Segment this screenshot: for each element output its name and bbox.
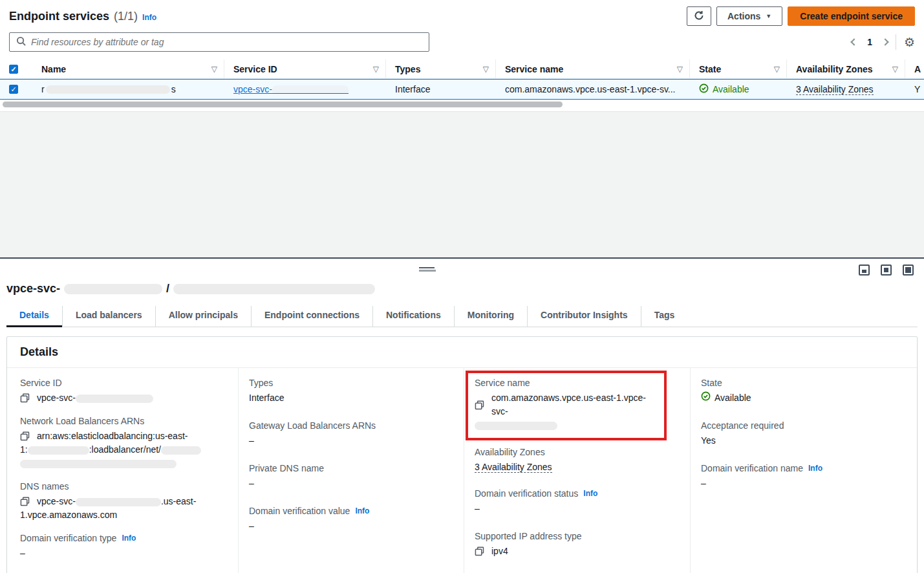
actions-button-label: Actions xyxy=(727,11,760,21)
column-header-name[interactable]: Name▽ xyxy=(32,59,224,78)
panel-size-full-icon[interactable] xyxy=(903,265,914,276)
row-types-cell: Interface xyxy=(386,80,496,99)
column-header-service-name[interactable]: Service name▽ xyxy=(496,59,690,78)
chevron-down-icon: ▼ xyxy=(766,13,771,19)
glb-arns-field: Gateway Load Balancers ARNs – xyxy=(249,420,453,448)
panel-title: vpce-svc- / xyxy=(6,282,924,296)
tab-tags[interactable]: Tags xyxy=(641,306,688,327)
next-page-icon[interactable] xyxy=(881,38,888,45)
supported-ip-field: Supported IP address type ipv4 xyxy=(475,531,680,558)
filter-icon[interactable]: ▽ xyxy=(892,65,898,74)
endpoint-services-list-section: Endpoint services (1/1) Info Actions ▼ C… xyxy=(0,0,924,107)
status-badge: Available xyxy=(699,83,749,95)
tab-notifications[interactable]: Notifications xyxy=(373,306,455,327)
tab-strip: Details Load balancers Allow principals … xyxy=(6,306,918,327)
row-checkbox[interactable]: ✓ xyxy=(9,85,18,94)
types-field: Types Interface xyxy=(249,378,453,405)
redacted-value xyxy=(20,460,177,468)
copy-icon[interactable] xyxy=(475,400,484,410)
info-link[interactable]: Info xyxy=(355,506,369,515)
column-header-acceptance[interactable]: A xyxy=(905,59,924,78)
acceptance-required-field: Acceptance required Yes xyxy=(701,420,907,448)
service-id-link[interactable]: vpce-svc- xyxy=(233,84,272,94)
redacted-value xyxy=(475,422,557,430)
actions-button[interactable]: Actions ▼ xyxy=(716,6,782,26)
details-column-1: Service ID vpce-svc- Network Load Balanc… xyxy=(7,368,238,573)
previous-page-icon[interactable] xyxy=(850,38,857,45)
row-service-id-cell: vpce-svc- xyxy=(224,80,386,99)
endpoint-services-table: ✓ Name▽ Service ID▽ Types▽ Service name▽… xyxy=(0,59,924,107)
filter-icon[interactable]: ▽ xyxy=(373,65,379,74)
select-all-checkbox[interactable]: ✓ xyxy=(9,65,18,74)
private-dns-name-field: Private DNS name – xyxy=(249,463,453,490)
resource-counter: (1/1) xyxy=(114,10,138,23)
column-header-service-id[interactable]: Service ID▽ xyxy=(224,59,386,78)
availability-zones-popover-trigger[interactable]: 3 Availability Zones xyxy=(796,84,874,95)
page-number[interactable]: 1 xyxy=(867,37,872,47)
filter-icon[interactable]: ▽ xyxy=(677,65,683,74)
details-column-3: Service name com.amazonaws.vpce.us-east-… xyxy=(464,368,690,573)
tab-details[interactable]: Details xyxy=(6,306,63,327)
copy-icon[interactable] xyxy=(20,431,30,441)
service-name-highlight-box: Service name com.amazonaws.vpce.us-east-… xyxy=(466,371,667,440)
page-title: Endpoint services xyxy=(9,10,109,23)
tab-load-balancers[interactable]: Load balancers xyxy=(63,306,156,327)
horizontal-scrollbar xyxy=(0,102,924,107)
create-endpoint-service-button[interactable]: Create endpoint service xyxy=(788,6,915,26)
copy-icon[interactable] xyxy=(20,497,30,506)
redacted-value xyxy=(76,498,161,506)
tab-monitoring[interactable]: Monitoring xyxy=(455,306,528,327)
panel-size-half-icon[interactable] xyxy=(881,265,892,276)
redacted-service-id xyxy=(272,85,349,94)
row-acceptance-cell: Y xyxy=(905,80,924,99)
refresh-button[interactable] xyxy=(687,6,711,26)
table-row[interactable]: ✓ r s vpce-svc- Interface com.amazonaws.… xyxy=(0,79,924,100)
domain-verification-status-field: Domain verification statusInfo – xyxy=(475,488,680,515)
column-header-state[interactable]: State▽ xyxy=(690,59,787,78)
search-box[interactable] xyxy=(9,32,429,52)
nlb-arns-field: Network Load Balancers ARNs arn:aws:elas… xyxy=(20,416,228,470)
panel-position-bottom-icon[interactable] xyxy=(859,265,870,276)
row-name-cell: r s xyxy=(32,80,224,99)
header-info-link[interactable]: Info xyxy=(142,13,156,22)
details-card-heading: Details xyxy=(7,337,917,368)
redacted-service-name xyxy=(173,284,375,294)
search-input[interactable] xyxy=(31,37,422,47)
tab-endpoint-connections[interactable]: Endpoint connections xyxy=(252,306,373,327)
info-link[interactable]: Info xyxy=(583,489,597,498)
redacted-service-id xyxy=(64,284,162,294)
domain-verification-value-field: Domain verification valueInfo – xyxy=(249,506,453,533)
row-state-cell: Available xyxy=(690,80,787,99)
filter-icon[interactable]: ▽ xyxy=(483,65,489,74)
availability-zones-field: Availability Zones 3 Availability Zones xyxy=(475,447,680,474)
row-service-name-cell: com.amazonaws.vpce.us-east-1.vpce-sv... xyxy=(496,80,690,99)
split-panel-drag-handle[interactable] xyxy=(419,267,436,272)
refresh-icon xyxy=(694,10,704,23)
filter-icon[interactable]: ▽ xyxy=(774,65,780,74)
redacted-name xyxy=(46,85,170,94)
info-link[interactable]: Info xyxy=(122,534,136,543)
domain-verification-type-field: Domain verification typeInfo – xyxy=(20,533,228,560)
details-card: Details Service ID vpce-svc- Netw xyxy=(6,336,918,573)
filter-icon[interactable]: ▽ xyxy=(211,65,217,74)
state-field: State Available xyxy=(701,378,907,405)
tab-contributor-insights[interactable]: Contributor Insights xyxy=(528,306,641,327)
check-circle-icon xyxy=(701,391,711,405)
details-column-2: Types Interface Gateway Load Balancers A… xyxy=(238,368,464,573)
domain-verification-name-field: Domain verification nameInfo – xyxy=(701,463,907,490)
service-id-field: Service ID vpce-svc- xyxy=(20,378,228,405)
settings-gear-icon[interactable]: ⚙ xyxy=(904,36,915,49)
info-link[interactable]: Info xyxy=(808,464,822,473)
column-header-availability-zones[interactable]: Availability Zones▽ xyxy=(787,59,905,78)
availability-zones-popover-trigger[interactable]: 3 Availability Zones xyxy=(475,462,552,473)
column-header-types[interactable]: Types▽ xyxy=(386,59,496,78)
redacted-account-id xyxy=(28,446,89,455)
copy-icon[interactable] xyxy=(475,546,484,556)
copy-icon[interactable] xyxy=(20,393,30,403)
row-availability-zones-cell: 3 Availability Zones xyxy=(787,80,905,99)
horizontal-scrollbar-thumb[interactable] xyxy=(3,102,563,107)
redacted-value xyxy=(76,395,153,403)
search-icon xyxy=(16,36,26,48)
tab-allow-principals[interactable]: Allow principals xyxy=(156,306,252,327)
table-header-row: ✓ Name▽ Service ID▽ Types▽ Service name▽… xyxy=(0,59,924,79)
